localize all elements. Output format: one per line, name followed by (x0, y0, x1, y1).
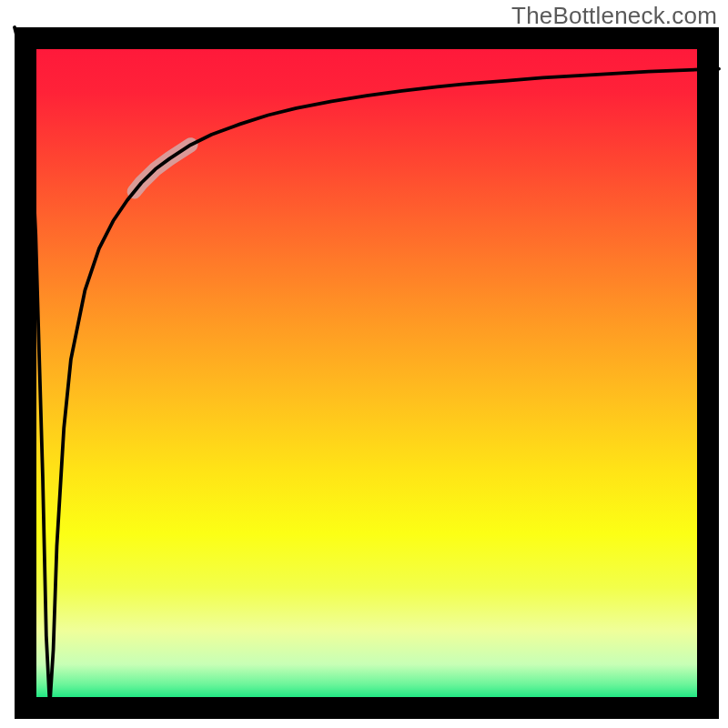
watermark-text: TheBottleneck.com (511, 2, 717, 30)
bottleneck-curve-plot (0, 0, 728, 728)
chart-stage: TheBottleneck.com (0, 0, 728, 728)
plot-background (25, 38, 708, 708)
